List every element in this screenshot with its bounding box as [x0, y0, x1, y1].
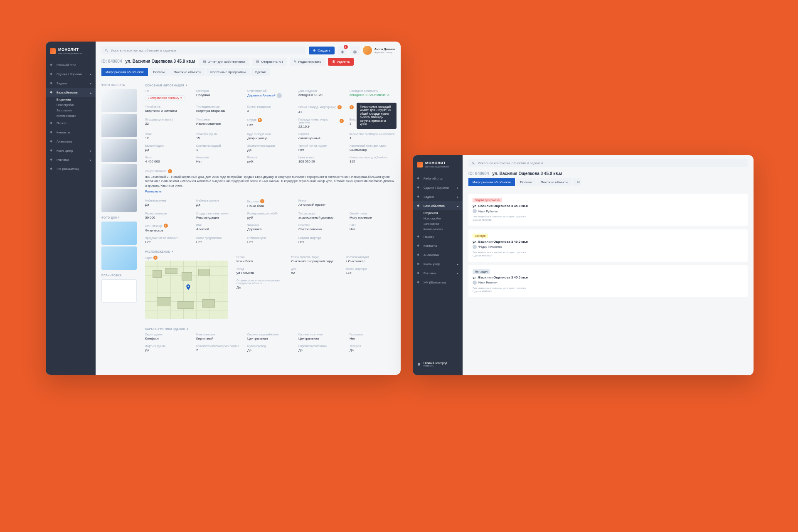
- sidebar-sub-item[interactable]: Вторичная: [46, 97, 96, 102]
- city-name: Нижний новгород: [424, 362, 447, 365]
- info-icon[interactable]: !: [153, 256, 158, 260]
- task-status-tag: Сегодня: [473, 234, 488, 238]
- collapse-icon[interactable]: ▴: [187, 327, 188, 330]
- delete-button[interactable]: 🗑 Удалить: [328, 58, 354, 66]
- page-id: ID: 840604: [468, 171, 489, 176]
- sidebar-item-building[interactable]: ◆ЖК (Шахматка): [46, 164, 96, 173]
- photo-thumbnail[interactable]: [101, 164, 137, 187]
- search-input[interactable]: Искать по контактам, объектам и задачам: [101, 47, 305, 54]
- sidebar-item-contacts[interactable]: ◆Контакты: [413, 241, 463, 250]
- field-value: Сыктывкар: [350, 148, 395, 152]
- field-value: Да: [350, 348, 395, 352]
- task-status-tag: Нет задач: [473, 269, 490, 274]
- tab[interactable]: Ипотечные программы: [206, 68, 250, 76]
- sidebar: МОНОЛИТ агентство недвижимости ◆Рабочий …: [413, 155, 463, 375]
- tab[interactable]: Похожие объекты: [537, 178, 572, 186]
- info-icon[interactable]: ?: [258, 118, 262, 122]
- create-button[interactable]: ⊕ Создать: [309, 47, 334, 54]
- info-icon[interactable]: !: [350, 105, 354, 109]
- field: SALEНет: [350, 224, 395, 232]
- info-icon[interactable]: !: [337, 105, 342, 109]
- tab[interactable]: Показы: [516, 178, 536, 186]
- sidebar-item-db[interactable]: ◆База объектов▴: [46, 88, 96, 97]
- search-input[interactable]: Искать по контактам, объектам и задачам: [468, 159, 748, 167]
- sidebar-sub-item[interactable]: Загородная: [413, 221, 463, 227]
- tab[interactable]: Информация об объекте: [468, 178, 515, 186]
- sidebar-item-call[interactable]: ◆Колл-центр▸: [46, 146, 96, 155]
- sidebar-item-home[interactable]: ◆Рабочий стол: [413, 174, 463, 183]
- info-icon[interactable]: !: [340, 119, 344, 123]
- sidebar-sub-item[interactable]: Новостройки: [46, 102, 96, 108]
- sidebar-item-deal[interactable]: ◆Сделки / Воронки▸: [46, 69, 96, 79]
- tab[interactable]: И: [573, 178, 581, 186]
- sidebar-sub-item[interactable]: Загородная: [46, 108, 96, 113]
- sidebar-item-task[interactable]: ◆Задачи▸: [413, 192, 463, 201]
- sidebar-item-building[interactable]: ◆ЖК (Шахматка): [413, 278, 463, 287]
- task-card[interactable]: Задача просроченаул. Василия Ощепкова 3 …: [468, 194, 748, 226]
- info-icon[interactable]: !: [260, 199, 264, 203]
- sidebar-item-home[interactable]: ◆Рабочий стол: [46, 60, 96, 69]
- expand-link[interactable]: Развернуть: [145, 190, 395, 193]
- sidebar-item-analytics[interactable]: ◆Аналитика: [413, 250, 463, 259]
- field-value: эксклюзивный договор: [298, 216, 344, 219]
- avatar-icon: [277, 93, 282, 98]
- tab[interactable]: Информация об объекте: [101, 68, 148, 76]
- photo-thumbnail[interactable]: [101, 222, 137, 245]
- info-icon[interactable]: !: [168, 169, 172, 173]
- sidebar-item-ads[interactable]: ◆Реклама▸: [46, 155, 96, 164]
- photo-thumbnail[interactable]: [101, 246, 137, 270]
- tab[interactable]: Похожие объекты: [170, 68, 205, 76]
- field-value: Авторский проект: [298, 203, 344, 207]
- photo-thumbnail[interactable]: [101, 114, 137, 137]
- send-kp-button[interactable]: ▤ Отправить КП: [252, 58, 287, 66]
- sidebar-item-deal[interactable]: ◆Сделки / Воронки▸: [413, 183, 463, 192]
- task-card[interactable]: Нет задачул. Василия Ощепкова 3 45.0 кв.…: [468, 265, 748, 298]
- sidebar-item-call[interactable]: ◆Колл-центр▸: [413, 259, 463, 268]
- sidebar-item-task[interactable]: ◆Задачи▸: [46, 79, 96, 88]
- plan-thumbnail[interactable]: [101, 279, 137, 303]
- sidebar-footer[interactable]: Нижний новгород Изменить: [413, 358, 463, 370]
- photo-thumbnail[interactable]: [101, 139, 137, 162]
- photo-thumbnail[interactable]: [101, 189, 137, 212]
- sidebar-item-db[interactable]: ◆База объектов▴: [413, 201, 463, 210]
- sidebar-item-ads[interactable]: ◆Реклама▸: [413, 268, 463, 278]
- notifications-button[interactable]: 2: [338, 46, 347, 55]
- field-value: Продажа: [196, 93, 241, 97]
- edit-button[interactable]: ✎ Редактировать: [290, 58, 325, 66]
- field: Студия ?Нет: [247, 118, 293, 128]
- main-info-label: ОСНОВНАЯ ИНФОРМАЦИЯ ▴: [145, 84, 395, 87]
- sidebar-item-parser[interactable]: ◆Парсер: [46, 118, 96, 128]
- sidebar-sub-item[interactable]: Вторичная: [413, 210, 463, 216]
- map[interactable]: [145, 261, 228, 319]
- field-value: Деревяга: [247, 227, 293, 231]
- info-icon[interactable]: !: [164, 224, 168, 228]
- field: Застекленная лоджияДа: [247, 144, 293, 152]
- sidebar-item-analytics[interactable]: ◆Аналитика: [46, 137, 96, 146]
- photo-thumbnail[interactable]: [101, 89, 137, 112]
- sidebar-item-contacts[interactable]: ◆Контакты: [46, 128, 96, 137]
- sidebar-sub-item[interactable]: Новостройки: [413, 216, 463, 221]
- change-link[interactable]: Изменить: [424, 365, 447, 367]
- contacts-icon: ◆: [50, 130, 54, 134]
- tag-value[interactable]: • Отправлен в рекламу ▾: [145, 95, 185, 101]
- settings-button[interactable]: [350, 46, 360, 55]
- collapse-icon[interactable]: ▴: [186, 84, 187, 87]
- tab[interactable]: Показы: [149, 68, 169, 76]
- sidebar-item-parser[interactable]: ◆Парсер: [413, 232, 463, 241]
- field: Цена за кв.м.108 536.59: [298, 156, 344, 163]
- deal-icon: ◆: [417, 185, 421, 190]
- field: Номер квартиры для ДомКлик115: [350, 156, 395, 163]
- field: Цена4 450 000: [145, 156, 190, 163]
- task-card[interactable]: Сегодняул. Василия Ощепкова 3 45.0 кв.мФ…: [468, 229, 748, 262]
- field-value: Нет: [298, 240, 344, 244]
- field-value: Да: [145, 203, 190, 207]
- collapse-icon[interactable]: ▴: [172, 250, 173, 253]
- tab[interactable]: Сделки: [251, 68, 270, 76]
- sidebar-sub-item[interactable]: Коммерческая: [46, 113, 96, 118]
- report-button[interactable]: ▤ Отчет для собственника: [199, 58, 250, 66]
- user-menu[interactable]: Антон Димчич Администратор: [363, 46, 395, 55]
- chevron-icon: ▸: [457, 272, 458, 275]
- field: РемонтАвторский проект: [298, 199, 344, 208]
- field-value: Изолированные: [196, 122, 241, 126]
- sidebar-sub-item[interactable]: Коммерческая: [413, 227, 463, 232]
